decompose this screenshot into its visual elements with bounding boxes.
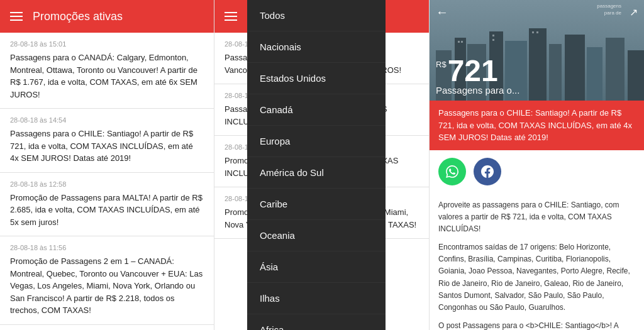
panel1-title: Promoções ativas [33,10,123,23]
post-date: 28-08-18 às 14:54 [10,116,204,124]
svg-rect-12 [628,50,644,101]
post-date: 28-08-18 às 12:58 [10,180,204,188]
svg-rect-13 [458,41,460,43]
svg-rect-11 [606,38,625,101]
share-buttons-row [430,150,644,193]
svg-rect-10 [587,47,602,101]
panel2-hamburger-icon[interactable] [225,12,237,21]
hero-price: 721 [448,56,498,86]
highlight-text: Passagens para o CHILE: Santiago! A part… [430,101,644,150]
share-icon[interactable]: ↗ [630,6,638,18]
list-item[interactable]: 28-08-18 às 11:56 Promoção de Passagens … [0,236,214,325]
back-arrow-icon[interactable]: ← [436,5,448,19]
whatsapp-share-button[interactable] [438,158,466,185]
list-item[interactable]: 28-08-18 às 15:01 Passagens para o CANAD… [0,33,214,109]
svg-rect-7 [529,28,547,101]
post-date: 28-08-18 às 15:01 [10,40,204,48]
price-prefix: R$ [436,60,447,69]
dropdown-item-caribe[interactable]: Caribe [247,189,386,220]
panel2-with-dropdown: 28-08-18 às 1 Passagen... algary, Edmont… [214,0,429,330]
dropdown-item-todos[interactable]: Todos [247,0,386,31]
category-dropdown: Todos Nacionais Estados Unidos Canadá Eu… [247,0,386,330]
post-date: 28-08-18 às 11:56 [10,244,204,251]
panel1-header: Promoções ativas [0,0,214,33]
post-description: Aproveite as passagens para o CHILE: San… [430,193,644,331]
post-text: Passagens para o CHILE: Santiago! A part… [10,128,204,165]
hero-subtitle: Passagens para o... [436,85,519,96]
dropdown-item-nacionais[interactable]: Nacionais [247,31,386,63]
panel1-content: 28-08-18 às 15:01 Passagens para o CANAD… [0,33,214,330]
svg-rect-9 [565,35,585,101]
list-item[interactable]: 28-08-18 às 14:54 Passagens para o CHILE… [0,109,214,173]
dropdown-item-estados-unidos[interactable]: Estados Unidos [247,63,386,94]
svg-rect-8 [549,44,562,101]
desc-paragraph-1: Aproveite as passagens para o CHILE: San… [438,199,635,236]
svg-rect-15 [492,35,494,36]
dropdown-item-ilhas[interactable]: Ilhas [247,283,386,314]
desc-paragraph-2: Encontramos saídas de 17 origens: Belo H… [438,241,635,314]
desc-paragraph-3: O post Passagens para o <b>CHILE: Santia… [438,320,635,330]
dropdown-item-oceania[interactable]: Oceania [247,220,386,251]
panel3-detail: ← passagens para de ↗ R$ 721 Passagens p… [429,0,644,330]
hamburger-menu-icon[interactable] [10,12,23,21]
logo-line2: para de [597,9,621,16]
dropdown-item-canada[interactable]: Canadá [247,94,386,126]
dropdown-item-europa[interactable]: Europa [247,126,386,157]
dropdown-item-africa[interactable]: Africa [247,314,386,330]
logo-line1: passagens [597,3,621,9]
svg-rect-18 [536,31,538,33]
svg-rect-16 [492,39,494,41]
post-text: Promoção de Passagens para MALTA! A part… [10,192,204,229]
panel-promotions: Promoções ativas 28-08-18 às 15:01 Passa… [0,0,214,330]
hero-image: ← passagens para de ↗ R$ 721 Passagens p… [430,0,644,101]
dropdown-item-america-do-sul[interactable]: América do Sul [247,157,386,189]
svg-rect-17 [532,31,534,33]
svg-rect-14 [461,41,463,43]
post-text: Passagens para o CANADÁ: Calgary, Edmont… [10,52,204,101]
dropdown-item-asia[interactable]: Ásia [247,251,386,283]
list-item[interactable]: 28-08-18 às 12:58 Promoção de Passagens … [0,173,214,237]
post-text: Promoção de Passagens 2 em 1 – CANADÁ: M… [10,255,204,317]
facebook-share-button[interactable] [474,158,501,185]
